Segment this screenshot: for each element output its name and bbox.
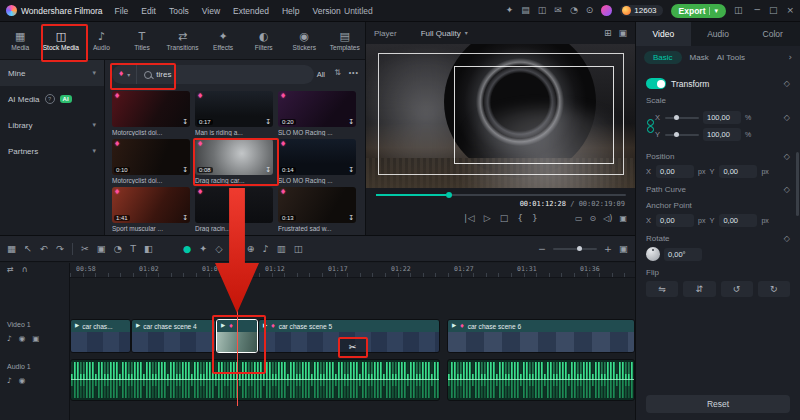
download-icon[interactable]: ↧	[348, 215, 354, 222]
tab-audio-props[interactable]: Audio	[691, 22, 746, 46]
seek-handle[interactable]	[446, 192, 452, 198]
sidebar-item-mine[interactable]: Mine▾	[0, 60, 104, 86]
audio-clip[interactable]	[447, 359, 635, 401]
chevron-right-icon[interactable]: ›	[788, 53, 792, 62]
timeline-clip[interactable]: ▶car chas...	[70, 319, 131, 353]
video-preview[interactable]	[366, 44, 636, 188]
workspace-switch-icon[interactable]: ◫	[734, 6, 743, 15]
tab-audio[interactable]: ♪Audio	[81, 22, 122, 59]
snap-magnet-icon[interactable]: ∩	[22, 266, 28, 274]
hide-track-icon[interactable]: ◉	[19, 335, 26, 343]
stock-item[interactable]: ♦ 0:17 ↧ Man is riding a...	[195, 91, 273, 139]
stock-item[interactable]: ♦ 1:41 ↧ Sport muscular ...	[112, 187, 190, 235]
sidebar-item-ai-media[interactable]: AI Media ? AI	[0, 86, 104, 112]
layout-icon[interactable]: ▤	[521, 6, 530, 15]
stop-icon[interactable]: □	[500, 214, 509, 223]
play-icon[interactable]: ▷	[484, 214, 491, 223]
screen-record-icon[interactable]: ◫	[538, 6, 547, 15]
scale-x-value[interactable]: 100,00	[703, 111, 741, 124]
anchor-y-value[interactable]: 0,00	[719, 214, 757, 227]
stock-item[interactable]: ♦ 0:13 ↧ Frustrated sad w...	[278, 187, 356, 235]
tab-stickers[interactable]: ◉Stickers	[284, 22, 325, 59]
tab-media[interactable]: ▦Media	[0, 22, 41, 59]
stock-thumbnail[interactable]: ♦ 0:08 ↧	[195, 139, 273, 175]
avatar[interactable]	[601, 5, 612, 16]
lock-track-icon[interactable]: ▣	[32, 335, 39, 343]
seek-bar[interactable]	[376, 194, 626, 196]
volume-icon[interactable]: ◁)	[603, 215, 612, 223]
more-options-button[interactable]: •••	[349, 69, 359, 76]
download-icon[interactable]: ↧	[348, 119, 354, 126]
download-icon[interactable]: ↧	[265, 167, 271, 174]
hide-track-icon[interactable]: ◉	[19, 377, 26, 385]
position-x-value[interactable]: 0,00	[656, 165, 694, 178]
timeline-clip[interactable]: ▶♦car chase scene 6	[447, 319, 635, 353]
menu-tools[interactable]: Tools	[169, 6, 189, 16]
stock-thumbnail[interactable]: ♦ 0:14 ↧	[278, 139, 356, 175]
menu-version[interactable]: Version	[312, 6, 340, 16]
tab-effects[interactable]: ✦Effects	[203, 22, 244, 59]
reset-button[interactable]: Reset	[646, 395, 790, 413]
mark-out-icon[interactable]: }	[532, 214, 538, 223]
fullscreen-icon[interactable]: ▣	[619, 215, 627, 223]
stock-item[interactable]: ♦ 0:20 ↧ SLO MO Racing ...	[278, 91, 356, 139]
timeline-clip[interactable]: ▶car chase scene 4	[131, 319, 216, 353]
tab-video[interactable]: Video	[636, 22, 691, 46]
filter-all-label[interactable]: All	[317, 70, 325, 79]
stock-thumbnail[interactable]: ♦ 0:13 ↧	[278, 187, 356, 223]
keyframe-icon[interactable]: ◇	[784, 80, 790, 88]
close-button[interactable]: ×	[786, 6, 794, 15]
sort-filter-icon[interactable]: ⇅	[334, 69, 341, 77]
stock-item-selected[interactable]: ♦ 0:08 ↧ Drag racing car...	[195, 139, 273, 187]
flip-horizontal-button[interactable]: ⇋	[646, 281, 678, 297]
subtab-mask[interactable]: Mask	[690, 53, 709, 62]
coins-badge[interactable]: 12603	[620, 5, 662, 16]
stock-thumbnail[interactable]: ♦ ↧	[112, 91, 190, 127]
subtab-basic[interactable]: Basic	[644, 51, 682, 64]
flip-vertical-button[interactable]: ⇵	[683, 281, 715, 297]
tab-templates[interactable]: ▤Templates	[325, 22, 366, 59]
stock-thumbnail[interactable]: ♦ 0:10 ↧	[112, 139, 190, 175]
search-input[interactable]: tires	[156, 70, 171, 79]
download-icon[interactable]: ↧	[182, 119, 188, 126]
snapshot-icon[interactable]: ⊙	[589, 215, 596, 223]
scrollbar[interactable]	[796, 152, 799, 216]
mute-track-icon[interactable]: ♪	[7, 335, 12, 343]
search-bar[interactable]: ♦ ▾ tires	[112, 65, 314, 84]
media-type-selector[interactable]: ♦ ▾	[112, 65, 137, 84]
download-icon[interactable]: ↧	[182, 167, 188, 174]
mute-track-icon[interactable]: ♪	[7, 377, 12, 385]
menu-extended[interactable]: Extended	[233, 6, 269, 16]
subtab-ai-tools[interactable]: AI Tools	[717, 53, 745, 62]
stock-item[interactable]: ♦ 0:10 ↧ Motorcyclist doi...	[112, 139, 190, 187]
scale-y-value[interactable]: 100,00	[703, 128, 741, 141]
rotate-value[interactable]: 0,00°	[664, 248, 702, 261]
stock-item[interactable]: ♦ 0:14 ↧ SLO MO Racing ...	[278, 139, 356, 187]
history-icon[interactable]: ◔	[570, 6, 578, 15]
download-icon[interactable]: ↧	[182, 215, 188, 222]
message-icon[interactable]: ✉	[554, 6, 562, 15]
menu-edit[interactable]: Edit	[141, 6, 156, 16]
menu-view[interactable]: View	[202, 6, 220, 16]
audio-clip[interactable]	[70, 359, 440, 401]
undo-icon[interactable]: ↶	[40, 244, 48, 254]
help-icon[interactable]: ?	[45, 94, 55, 104]
sidebar-item-library[interactable]: Library▾	[0, 112, 104, 138]
stock-thumbnail[interactable]: ♦ 1:41 ↧	[112, 187, 190, 223]
menu-help[interactable]: Help	[282, 6, 299, 16]
rotate-right-button[interactable]: ↻	[758, 281, 790, 297]
transform-toggle[interactable]	[646, 78, 666, 89]
ai-features-icon[interactable]: ✦	[506, 6, 514, 15]
detach-player-icon[interactable]: ▣	[618, 29, 627, 38]
quality-dropdown[interactable]: Full Quality ▾	[421, 29, 468, 38]
tab-transitions[interactable]: ⇄Transitions	[162, 22, 203, 59]
export-dropdown-icon[interactable]: ▾	[709, 7, 718, 15]
display-icon[interactable]: ▭	[575, 215, 583, 223]
download-icon[interactable]: ↧	[348, 167, 354, 174]
mark-in-icon[interactable]: {	[517, 214, 523, 223]
keyframe-icon[interactable]: ◇	[784, 153, 790, 161]
scale-y-slider[interactable]	[665, 134, 699, 136]
stock-thumbnail[interactable]: ♦ 0:20 ↧	[278, 91, 356, 127]
rotate-knob[interactable]	[646, 247, 660, 261]
keyframe-icon[interactable]: ◇	[784, 186, 790, 194]
